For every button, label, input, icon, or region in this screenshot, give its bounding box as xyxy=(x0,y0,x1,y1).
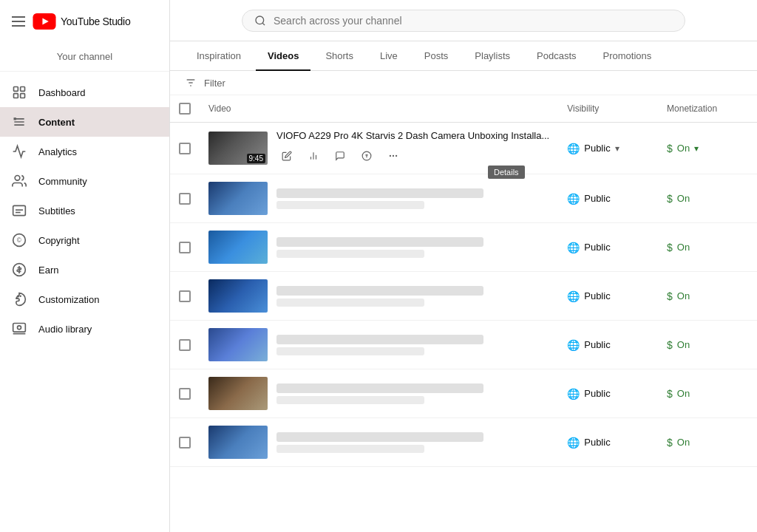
videos-table: Video Visibility Monetization 9 xyxy=(170,95,757,467)
row4-video-title-blurred xyxy=(276,286,483,296)
top-header xyxy=(170,0,757,41)
tab-posts[interactable]: Posts xyxy=(413,41,461,70)
row4-checkbox[interactable] xyxy=(179,290,191,302)
row2-video-info xyxy=(276,188,549,209)
monetization-dropdown-arrow[interactable]: ▾ xyxy=(694,143,699,154)
tab-videos[interactable]: Videos xyxy=(256,41,310,70)
row2-visibility: Public xyxy=(584,193,610,204)
row1-thumbnail: 9:45 xyxy=(208,132,268,165)
sidebar-item-earn[interactable]: Earn xyxy=(0,255,169,284)
table-row: 9:45 VIOFO A229 Pro 4K Starvis 2 Dash Ca… xyxy=(170,123,757,174)
svg-point-7 xyxy=(15,176,20,181)
dashboard-icon xyxy=(12,85,27,100)
globe-icon: 🌐 xyxy=(567,193,580,205)
select-all-checkbox[interactable] xyxy=(179,103,191,115)
row1-checkbox-cell xyxy=(170,123,200,174)
search-bar[interactable] xyxy=(242,10,685,32)
copyright-label: Copyright xyxy=(38,235,80,246)
visibility-dropdown-arrow[interactable]: ▾ xyxy=(615,143,619,154)
content-icon xyxy=(12,115,27,129)
row1-monetization-cell: $ On ▾ xyxy=(658,123,757,174)
edit-icon[interactable] xyxy=(276,146,297,166)
row1-checkbox[interactable] xyxy=(179,143,191,154)
row5-thumbnail xyxy=(208,328,268,361)
analytics-icon xyxy=(12,144,27,159)
row1-visibility: Public xyxy=(584,143,610,154)
tab-podcasts[interactable]: Podcasts xyxy=(525,41,588,70)
sidebar-item-audio-library[interactable]: Audio library xyxy=(0,314,169,344)
sidebar-item-subtitles[interactable]: Subtitles xyxy=(0,196,169,225)
row4-video-cell xyxy=(200,272,558,321)
row7-video-info xyxy=(276,432,549,453)
table-header: Video Visibility Monetization xyxy=(170,95,757,123)
row3-video-title-blurred xyxy=(276,237,483,247)
svg-point-18 xyxy=(18,326,21,330)
app-logo: YouTube Studio xyxy=(33,13,130,30)
row2-video-subtitle-blurred xyxy=(276,201,424,209)
dollar-icon: $ xyxy=(667,143,673,154)
dollar-icon: $ xyxy=(667,388,673,400)
earn-label: Earn xyxy=(38,265,58,276)
th-visibility: Visibility xyxy=(558,95,658,123)
audio-library-icon xyxy=(12,321,27,336)
subtitles-label: Subtitles xyxy=(38,205,75,216)
row2-video-cell xyxy=(200,174,558,223)
tab-promotions[interactable]: Promotions xyxy=(591,41,664,70)
sidebar-item-customization[interactable]: Customization xyxy=(0,284,169,314)
row1-monetization: On xyxy=(677,143,690,154)
row5-checkbox[interactable] xyxy=(179,339,191,351)
row5-video-cell xyxy=(200,321,558,369)
row5-visibility: Public xyxy=(584,339,610,350)
comments-icon[interactable] xyxy=(330,146,350,166)
monetize-icon[interactable] xyxy=(356,146,377,166)
svg-rect-4 xyxy=(14,94,18,98)
tab-playlists[interactable]: Playlists xyxy=(463,41,522,70)
row5-video-title-blurred xyxy=(276,335,483,344)
youtube-logo-icon xyxy=(33,13,56,30)
table-row: 🌐 Public $ On xyxy=(170,369,757,418)
sidebar-item-copyright[interactable]: © Copyright xyxy=(0,225,169,255)
sidebar-item-dashboard[interactable]: Dashboard xyxy=(0,78,169,107)
row6-thumbnail xyxy=(208,377,268,410)
row2-checkbox[interactable] xyxy=(179,193,191,205)
row7-checkbox[interactable] xyxy=(179,437,191,449)
sidebar-item-content[interactable]: Content xyxy=(0,107,169,137)
th-video: Video xyxy=(200,95,558,123)
globe-icon: 🌐 xyxy=(567,290,580,302)
svg-text:©: © xyxy=(17,236,21,244)
row2-visibility-cell: 🌐 Public xyxy=(558,174,658,223)
row4-video-info xyxy=(276,286,549,307)
sidebar-item-community[interactable]: Community xyxy=(0,166,169,196)
tab-inspiration[interactable]: Inspiration xyxy=(185,41,253,70)
row3-checkbox[interactable] xyxy=(179,242,191,253)
tab-shorts[interactable]: Shorts xyxy=(313,41,365,70)
dollar-icon: $ xyxy=(667,290,673,302)
community-icon xyxy=(12,174,27,188)
globe-icon: 🌐 xyxy=(567,143,580,154)
filter-icon[interactable] xyxy=(185,77,197,89)
analytics-action-icon[interactable] xyxy=(303,146,324,166)
dollar-icon: $ xyxy=(667,339,673,351)
row3-video-cell xyxy=(200,223,558,272)
svg-point-15 xyxy=(18,296,20,298)
row7-video-title-blurred xyxy=(276,432,483,442)
table-row: 🌐 Public $ On xyxy=(170,418,757,467)
row5-video-info xyxy=(276,335,549,355)
dollar-icon: $ xyxy=(667,242,673,253)
customization-icon xyxy=(12,292,27,307)
row5-video-subtitle-blurred xyxy=(276,347,424,355)
svg-rect-2 xyxy=(14,87,18,92)
row6-checkbox[interactable] xyxy=(179,388,191,400)
row6-video-title-blurred xyxy=(276,383,483,393)
earn-icon xyxy=(12,262,27,277)
row6-video-info xyxy=(276,383,549,404)
hamburger-menu-icon[interactable] xyxy=(12,16,25,27)
tab-live[interactable]: Live xyxy=(368,41,410,70)
copyright-icon: © xyxy=(12,233,27,248)
row7-video-subtitle-blurred xyxy=(276,445,424,453)
more-options-icon[interactable] xyxy=(383,146,404,166)
svg-point-30 xyxy=(390,155,391,157)
main-content: Inspiration Videos Shorts Live Posts Pla… xyxy=(170,0,757,532)
search-input[interactable] xyxy=(274,15,673,27)
sidebar-item-analytics[interactable]: Analytics xyxy=(0,137,169,166)
